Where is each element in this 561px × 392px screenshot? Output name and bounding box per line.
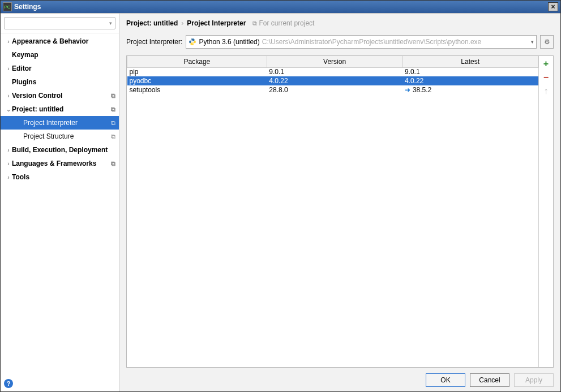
col-latest[interactable]: Latest [402, 56, 538, 67]
sidebar-item-label: Project Structure [23, 132, 74, 140]
project-scope-icon: ⧉ [111, 133, 115, 140]
python-icon [189, 38, 196, 46]
breadcrumb-project: Project: untitled [126, 19, 178, 27]
breadcrumb: Project: untitled › Project Interpreter … [126, 19, 554, 27]
interpreter-settings-button[interactable]: ⚙ [540, 35, 554, 49]
help-button[interactable]: ? [4, 379, 13, 388]
sidebar-item-label: Keymap [12, 51, 38, 59]
app-icon: PC [3, 2, 12, 11]
sidebar-item-project-interpreter[interactable]: Project Interpreter⧉ [1, 116, 119, 130]
packages-table: Package Version Latest pip9.0.19.0.1pyod… [127, 56, 538, 94]
sidebar-item-label: Project Interpreter [23, 119, 78, 127]
col-package[interactable]: Package [127, 56, 267, 67]
chevron-icon: ⌄ [5, 106, 12, 113]
title-bar: PC Settings × [1, 1, 560, 13]
apply-button: Apply [514, 373, 554, 387]
cell-version: 28.8.0 [267, 85, 402, 94]
interpreter-label: Project Interpreter: [126, 38, 182, 46]
sidebar-item-build-execution-deployment[interactable]: ›Build, Execution, Deployment [1, 143, 119, 157]
sidebar-item-label: Version Control [12, 92, 62, 100]
sidebar-item-plugins[interactable]: Plugins [1, 75, 119, 89]
project-scope-icon: ⧉ [111, 119, 115, 127]
sidebar-item-label: Tools [12, 173, 29, 181]
sidebar-item-project-untitled[interactable]: ⌄Project: untitled⧉ [1, 102, 119, 116]
interpreter-select[interactable]: Python 3.6 (untitled) C:\Users\Administr… [186, 35, 537, 49]
copy-icon: ⧉ [252, 20, 257, 27]
settings-content: Project: untitled › Project Interpreter … [119, 14, 560, 391]
cell-package: pip [127, 67, 267, 76]
col-version[interactable]: Version [267, 56, 402, 67]
cell-version: 9.0.1 [267, 67, 402, 76]
cell-latest: 4.0.22 [402, 76, 538, 85]
sidebar-item-appearance-behavior[interactable]: ›Appearance & Behavior [1, 35, 119, 48]
upgrade-package-button: ↑ [541, 85, 552, 97]
search-input[interactable] [4, 17, 115, 29]
packages-table-wrap: Package Version Latest pip9.0.19.0.1pyod… [126, 55, 554, 368]
sidebar-item-languages-frameworks[interactable]: ›Languages & Frameworks⧉ [1, 157, 119, 170]
ok-button[interactable]: OK [426, 373, 465, 387]
upgrade-available-icon: ➜ [405, 86, 410, 94]
breadcrumb-page: Project Interpreter [187, 19, 246, 27]
chevron-icon: › [5, 174, 12, 180]
sidebar-item-keymap[interactable]: Keymap [1, 48, 119, 62]
project-scope-icon: ⧉ [111, 92, 115, 100]
cancel-button[interactable]: Cancel [470, 373, 509, 387]
interpreter-name: Python 3.6 (untitled) [199, 38, 259, 46]
settings-tree: ›Appearance & BehaviorKeymap›EditorPlugi… [1, 33, 119, 376]
sidebar-item-label: Project: untitled [12, 105, 63, 113]
sidebar-item-project-structure[interactable]: Project Structure⧉ [1, 130, 119, 143]
project-scope-icon: ⧉ [111, 160, 115, 167]
chevron-icon: › [5, 38, 12, 45]
cell-latest: ➜38.5.2 [402, 85, 538, 94]
sidebar-item-tools[interactable]: ›Tools [1, 170, 119, 184]
chevron-down-icon: ▾ [531, 39, 534, 45]
sidebar-item-label: Plugins [12, 78, 36, 86]
cell-package: setuptools [127, 85, 267, 94]
sidebar-item-label: Editor [12, 64, 32, 72]
sidebar-item-label: Build, Execution, Deployment [12, 146, 108, 154]
sidebar-item-label: Languages & Frameworks [12, 160, 96, 167]
project-scope-icon: ⧉ [111, 106, 115, 113]
chevron-icon: › [5, 66, 12, 72]
chevron-icon: › [5, 93, 12, 99]
table-row[interactable]: pyodbc4.0.224.0.22 [127, 76, 538, 85]
breadcrumb-separator: › [181, 19, 183, 27]
cell-latest: 9.0.1 [402, 67, 538, 76]
close-button[interactable]: × [548, 2, 558, 11]
sidebar-item-editor[interactable]: ›Editor [1, 62, 119, 75]
chevron-icon: › [5, 147, 12, 153]
remove-package-button[interactable]: − [541, 72, 552, 83]
settings-sidebar: 🔍 ▾ ›Appearance & BehaviorKeymap›EditorP… [1, 14, 119, 391]
dialog-buttons: OK Cancel Apply [126, 368, 554, 387]
chevron-icon: › [5, 161, 12, 167]
sidebar-item-version-control[interactable]: ›Version Control⧉ [1, 89, 119, 102]
table-row[interactable]: pip9.0.19.0.1 [127, 67, 538, 76]
cell-package: pyodbc [127, 76, 267, 85]
table-row[interactable]: setuptools28.8.0➜38.5.2 [127, 85, 538, 94]
cell-version: 4.0.22 [267, 76, 402, 85]
window-title: Settings [14, 3, 548, 11]
package-toolbar: + − ↑ [538, 56, 553, 367]
breadcrumb-note: ⧉ For current project [252, 19, 314, 27]
add-package-button[interactable]: + [541, 58, 552, 70]
interpreter-path: C:\Users\Administrator\PycharmProjects\u… [262, 38, 531, 46]
sidebar-item-label: Appearance & Behavior [12, 37, 88, 45]
